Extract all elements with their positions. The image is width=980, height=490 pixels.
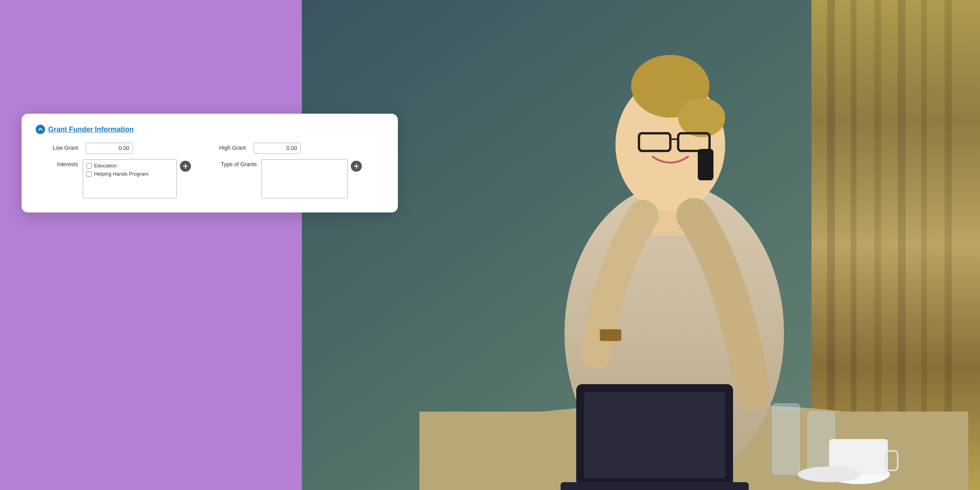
interests-grants-row: Interests Education Helping Hands Progra…: [36, 159, 384, 198]
curtain-decoration: [823, 0, 980, 490]
education-label: Education: [94, 163, 117, 169]
type-of-grants-section: Type of Grants: [214, 159, 362, 198]
collapse-icon[interactable]: [36, 125, 45, 134]
education-checkbox[interactable]: [86, 163, 92, 169]
checkbox-helping-hands: Helping Hands Program: [86, 171, 173, 177]
right-panel: [302, 0, 980, 490]
low-grant-label: Low Grant: [36, 143, 83, 151]
interests-box: Education Helping Hands Program: [83, 159, 177, 198]
card-title-text[interactable]: Grant Funder Information: [48, 125, 134, 134]
low-grant-input[interactable]: [86, 143, 133, 154]
left-panel: Grant Funder Information Low Grant High …: [0, 0, 302, 490]
grant-funder-card: Grant Funder Information Low Grant High …: [22, 114, 398, 212]
high-grant-label: High Grant: [203, 143, 250, 151]
helping-hands-checkbox[interactable]: [86, 171, 92, 177]
interests-add-button[interactable]: [180, 161, 191, 172]
card-title-row: Grant Funder Information: [36, 125, 384, 134]
interests-label: Interests: [36, 159, 83, 167]
high-grant-input[interactable]: [254, 143, 301, 154]
grant-row: Low Grant High Grant: [36, 143, 384, 154]
checkbox-education: Education: [86, 163, 173, 169]
low-grant-group: Low Grant: [36, 143, 133, 154]
type-of-grants-label: Type of Grants: [214, 159, 261, 167]
interests-section: Interests Education Helping Hands Progra…: [36, 159, 191, 198]
type-grants-add-button[interactable]: [351, 161, 362, 172]
high-grant-group: High Grant: [203, 143, 301, 154]
type-of-grants-box: [261, 159, 348, 198]
background-photo: [302, 0, 980, 490]
form-grid: Low Grant High Grant Interests Educati: [36, 143, 384, 198]
helping-hands-label: Helping Hands Program: [94, 171, 149, 177]
